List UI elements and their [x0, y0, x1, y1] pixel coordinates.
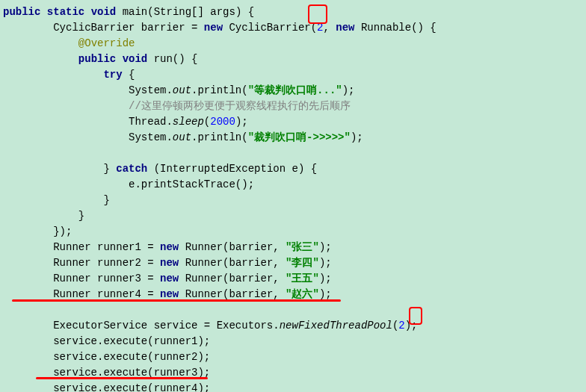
code-line-19: Runner runner4 = new Runner(barrier, "赵六… — [3, 287, 583, 302]
code-line-11: } catch (InterruptedException e) { — [3, 161, 583, 177]
code-line-9: System.out.println("裁判吹口哨->>>>>"); — [3, 130, 583, 146]
code-line-24: service.execute(runner3); — [3, 365, 583, 381]
code-line-25: service.execute(runner4); — [3, 381, 583, 392]
code-line-6: System.out.println("等裁判吹口哨..."); — [3, 83, 583, 99]
code-line-7: //这里停顿两秒更便于观察线程执行的先后顺序 — [3, 99, 583, 114]
code-line-15: }); — [3, 224, 583, 240]
code-line-3: @Override — [3, 36, 583, 52]
code-line-16: Runner runner1 = new Runner(barrier, "张三… — [3, 240, 583, 255]
code-line-17: Runner runner2 = new Runner(barrier, "李四… — [3, 255, 583, 271]
code-line-1: public static void main(String[] args) { — [3, 4, 583, 20]
code-line-13: } — [3, 193, 583, 208]
code-line-8: Thread.sleep(2000); — [3, 114, 583, 130]
code-line-2: CyclicBarrier barrier = new CyclicBarrie… — [3, 20, 583, 36]
code-line-18: Runner runner3 = new Runner(barrier, "王五… — [3, 271, 583, 287]
code-line-12: e.printStackTrace(); — [3, 177, 583, 193]
code-line-20 — [3, 302, 583, 318]
code-line-10 — [3, 146, 583, 161]
code-line-5: try { — [3, 67, 583, 83]
code-line-22: service.execute(runner1); — [3, 334, 583, 349]
code-line-14: } — [3, 208, 583, 224]
code-line-4: public void run() { — [3, 52, 583, 67]
code-line-23: service.execute(runner2); — [3, 349, 583, 365]
code-line-21: ExecutorService service = Executors.newF… — [3, 318, 583, 334]
